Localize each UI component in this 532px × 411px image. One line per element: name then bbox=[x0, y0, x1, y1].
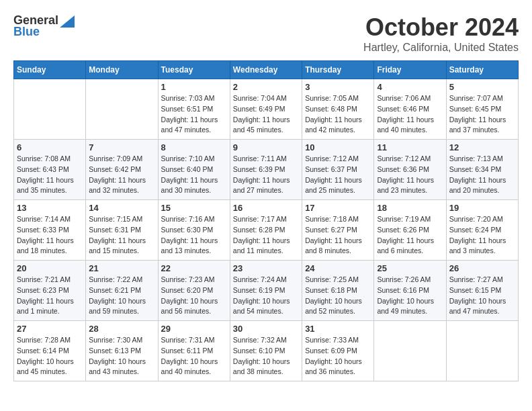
day-number: 20 bbox=[17, 263, 83, 273]
weekday-header: Wednesday bbox=[230, 61, 302, 79]
calendar-cell: 15Sunrise: 7:16 AMSunset: 6:30 PMDayligh… bbox=[158, 200, 230, 261]
day-number: 12 bbox=[449, 142, 515, 152]
calendar-cell: 25Sunrise: 7:26 AMSunset: 6:16 PMDayligh… bbox=[374, 261, 446, 321]
weekday-header-row: SundayMondayTuesdayWednesdayThursdayFrid… bbox=[14, 61, 519, 79]
page-header: General Blue October 2024 Hartley, Calif… bbox=[13, 13, 519, 54]
weekday-header: Sunday bbox=[14, 61, 86, 79]
day-info: Sunrise: 7:24 AMSunset: 6:19 PMDaylight:… bbox=[233, 275, 299, 317]
day-number: 28 bbox=[89, 324, 154, 334]
day-number: 17 bbox=[305, 203, 371, 213]
day-number: 21 bbox=[89, 263, 154, 273]
day-number: 11 bbox=[377, 142, 443, 152]
calendar-cell: 10Sunrise: 7:12 AMSunset: 6:37 PMDayligh… bbox=[302, 140, 374, 200]
day-number: 16 bbox=[233, 203, 299, 213]
calendar-cell: 5Sunrise: 7:07 AMSunset: 6:45 PMDaylight… bbox=[446, 79, 518, 140]
calendar-cell: 24Sunrise: 7:25 AMSunset: 6:18 PMDayligh… bbox=[302, 261, 374, 321]
day-info: Sunrise: 7:16 AMSunset: 6:30 PMDaylight:… bbox=[161, 214, 227, 257]
calendar-week-row: 13Sunrise: 7:14 AMSunset: 6:33 PMDayligh… bbox=[14, 200, 519, 261]
month-title: October 2024 bbox=[363, 13, 519, 42]
day-number: 6 bbox=[17, 142, 83, 152]
day-number: 25 bbox=[377, 263, 443, 273]
day-number: 5 bbox=[449, 82, 515, 92]
day-info: Sunrise: 7:32 AMSunset: 6:10 PMDaylight:… bbox=[233, 335, 299, 377]
day-info: Sunrise: 7:03 AMSunset: 6:51 PMDaylight:… bbox=[161, 93, 227, 136]
day-number: 2 bbox=[233, 82, 299, 92]
calendar-cell bbox=[14, 79, 86, 140]
weekday-header: Tuesday bbox=[158, 61, 230, 79]
day-number: 13 bbox=[17, 203, 83, 213]
day-info: Sunrise: 7:33 AMSunset: 6:09 PMDaylight:… bbox=[305, 335, 371, 377]
calendar-cell: 17Sunrise: 7:18 AMSunset: 6:27 PMDayligh… bbox=[302, 200, 374, 261]
calendar-cell: 14Sunrise: 7:15 AMSunset: 6:31 PMDayligh… bbox=[86, 200, 158, 261]
day-number: 9 bbox=[233, 142, 299, 152]
calendar-cell: 31Sunrise: 7:33 AMSunset: 6:09 PMDayligh… bbox=[302, 321, 374, 381]
day-info: Sunrise: 7:25 AMSunset: 6:18 PMDaylight:… bbox=[305, 275, 371, 317]
calendar-cell: 3Sunrise: 7:05 AMSunset: 6:48 PMDaylight… bbox=[302, 79, 374, 140]
day-info: Sunrise: 7:09 AMSunset: 6:42 PMDaylight:… bbox=[89, 154, 154, 196]
day-number: 22 bbox=[161, 263, 227, 273]
logo: General Blue bbox=[13, 13, 75, 39]
day-info: Sunrise: 7:12 AMSunset: 6:37 PMDaylight:… bbox=[305, 154, 371, 196]
calendar-table: SundayMondayTuesdayWednesdayThursdayFrid… bbox=[13, 60, 519, 381]
day-number: 3 bbox=[305, 82, 371, 92]
day-info: Sunrise: 7:17 AMSunset: 6:28 PMDaylight:… bbox=[233, 214, 299, 257]
day-number: 14 bbox=[89, 203, 154, 213]
svg-marker-0 bbox=[60, 15, 75, 28]
weekday-header: Thursday bbox=[302, 61, 374, 79]
calendar-cell: 9Sunrise: 7:11 AMSunset: 6:39 PMDaylight… bbox=[230, 140, 302, 200]
day-info: Sunrise: 7:18 AMSunset: 6:27 PMDaylight:… bbox=[305, 214, 371, 257]
day-number: 24 bbox=[305, 263, 371, 273]
day-number: 1 bbox=[161, 82, 227, 92]
day-number: 4 bbox=[377, 82, 443, 92]
day-number: 27 bbox=[17, 324, 83, 334]
calendar-cell: 20Sunrise: 7:21 AMSunset: 6:23 PMDayligh… bbox=[14, 261, 86, 321]
day-number: 26 bbox=[449, 263, 515, 273]
day-number: 15 bbox=[161, 203, 227, 213]
title-section: October 2024 Hartley, California, United… bbox=[363, 13, 519, 54]
calendar-week-row: 20Sunrise: 7:21 AMSunset: 6:23 PMDayligh… bbox=[14, 261, 519, 321]
day-info: Sunrise: 7:28 AMSunset: 6:14 PMDaylight:… bbox=[17, 335, 83, 377]
calendar-cell: 13Sunrise: 7:14 AMSunset: 6:33 PMDayligh… bbox=[14, 200, 86, 261]
day-info: Sunrise: 7:06 AMSunset: 6:46 PMDaylight:… bbox=[377, 93, 443, 136]
day-info: Sunrise: 7:23 AMSunset: 6:20 PMDaylight:… bbox=[161, 275, 227, 317]
calendar-cell bbox=[446, 321, 518, 381]
calendar-cell: 30Sunrise: 7:32 AMSunset: 6:10 PMDayligh… bbox=[230, 321, 302, 381]
calendar-cell: 16Sunrise: 7:17 AMSunset: 6:28 PMDayligh… bbox=[230, 200, 302, 261]
day-info: Sunrise: 7:07 AMSunset: 6:45 PMDaylight:… bbox=[449, 93, 515, 136]
calendar-cell: 12Sunrise: 7:13 AMSunset: 6:34 PMDayligh… bbox=[446, 140, 518, 200]
day-number: 31 bbox=[305, 324, 371, 334]
weekday-header: Friday bbox=[374, 61, 446, 79]
calendar-cell: 27Sunrise: 7:28 AMSunset: 6:14 PMDayligh… bbox=[14, 321, 86, 381]
day-info: Sunrise: 7:12 AMSunset: 6:36 PMDaylight:… bbox=[377, 154, 443, 196]
day-info: Sunrise: 7:14 AMSunset: 6:33 PMDaylight:… bbox=[17, 214, 83, 257]
calendar-cell: 8Sunrise: 7:10 AMSunset: 6:40 PMDaylight… bbox=[158, 140, 230, 200]
calendar-cell: 26Sunrise: 7:27 AMSunset: 6:15 PMDayligh… bbox=[446, 261, 518, 321]
calendar-cell: 18Sunrise: 7:19 AMSunset: 6:26 PMDayligh… bbox=[374, 200, 446, 261]
day-number: 7 bbox=[89, 142, 154, 152]
day-info: Sunrise: 7:11 AMSunset: 6:39 PMDaylight:… bbox=[233, 154, 299, 196]
weekday-header: Saturday bbox=[446, 61, 518, 79]
day-info: Sunrise: 7:30 AMSunset: 6:13 PMDaylight:… bbox=[89, 335, 154, 377]
calendar-week-row: 1Sunrise: 7:03 AMSunset: 6:51 PMDaylight… bbox=[14, 79, 519, 140]
day-number: 10 bbox=[305, 142, 371, 152]
day-info: Sunrise: 7:08 AMSunset: 6:43 PMDaylight:… bbox=[17, 154, 83, 196]
day-info: Sunrise: 7:19 AMSunset: 6:26 PMDaylight:… bbox=[377, 214, 443, 257]
calendar-cell: 1Sunrise: 7:03 AMSunset: 6:51 PMDaylight… bbox=[158, 79, 230, 140]
calendar-week-row: 27Sunrise: 7:28 AMSunset: 6:14 PMDayligh… bbox=[14, 321, 519, 381]
day-info: Sunrise: 7:31 AMSunset: 6:11 PMDaylight:… bbox=[161, 335, 227, 377]
location-title: Hartley, California, United States bbox=[363, 42, 519, 54]
calendar-cell: 21Sunrise: 7:22 AMSunset: 6:21 PMDayligh… bbox=[86, 261, 158, 321]
logo-blue-text: Blue bbox=[13, 25, 40, 39]
calendar-cell bbox=[374, 321, 446, 381]
calendar-cell: 23Sunrise: 7:24 AMSunset: 6:19 PMDayligh… bbox=[230, 261, 302, 321]
day-number: 19 bbox=[449, 203, 515, 213]
calendar-cell: 7Sunrise: 7:09 AMSunset: 6:42 PMDaylight… bbox=[86, 140, 158, 200]
calendar-cell: 2Sunrise: 7:04 AMSunset: 6:49 PMDaylight… bbox=[230, 79, 302, 140]
day-number: 18 bbox=[377, 203, 443, 213]
calendar-cell bbox=[86, 79, 158, 140]
calendar-cell: 19Sunrise: 7:20 AMSunset: 6:24 PMDayligh… bbox=[446, 200, 518, 261]
day-info: Sunrise: 7:20 AMSunset: 6:24 PMDaylight:… bbox=[449, 214, 515, 257]
day-info: Sunrise: 7:04 AMSunset: 6:49 PMDaylight:… bbox=[233, 93, 299, 136]
day-number: 8 bbox=[161, 142, 227, 152]
day-number: 30 bbox=[233, 324, 299, 334]
